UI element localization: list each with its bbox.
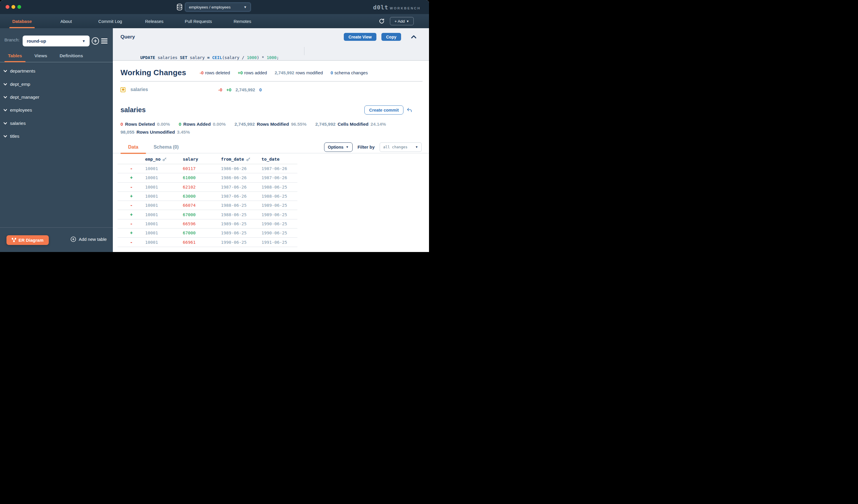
sql-token: 1000: [247, 55, 257, 60]
sql-token: salaries: [155, 55, 180, 60]
sidebar-table-item[interactable]: titles: [0, 130, 113, 143]
count-value: 2,745,992: [235, 87, 255, 92]
refresh-icon[interactable]: [379, 18, 385, 25]
minimize-window-button[interactable]: [12, 5, 15, 9]
sidebar-table-item[interactable]: salaries: [0, 117, 113, 130]
cell-from-date: 1989-06-25: [221, 230, 261, 235]
table-row: + 10001 61000 1986-06-26 1987-06-26: [117, 173, 297, 182]
diff-tabs: Data Schema (0): [121, 141, 186, 153]
zoom-window-button[interactable]: [17, 5, 21, 9]
sidebar-table-item[interactable]: employees: [0, 104, 113, 117]
sidebar-tab[interactable]: Tables: [4, 53, 26, 62]
primary-key-icon: [162, 157, 166, 161]
working-changes-summary: -0rows deleted +0rows added 2,745,992row…: [200, 70, 368, 75]
cell-salary: 60117: [183, 166, 221, 171]
chevron-down-icon: ▼: [82, 39, 85, 43]
cell-to-date: 1988-06-25: [261, 185, 297, 190]
er-diagram-button[interactable]: ER Diagram: [6, 235, 49, 245]
sql-token: (salary /: [222, 55, 247, 60]
create-view-button[interactable]: Create View: [344, 33, 377, 41]
nav-item[interactable]: About: [44, 14, 88, 28]
logo-suffix: WORKBENCH: [390, 6, 421, 10]
collapse-query-icon[interactable]: [410, 33, 417, 40]
table-row: - 10001 62102 1987-06-26 1988-06-25: [117, 183, 297, 192]
sidebar-tabs: Tables Views Definitions: [0, 53, 113, 62]
new-branch-button[interactable]: [91, 37, 99, 46]
undo-icon[interactable]: [407, 107, 412, 113]
changed-table-row[interactable]: salaries -0+02,745,9920: [121, 82, 429, 98]
cell-from-date: 1990-06-25: [221, 240, 261, 245]
sql-token: ;: [276, 55, 279, 60]
sql-token: [209, 55, 212, 60]
diff-table-title: salaries: [121, 106, 146, 114]
cell-salary: 62102: [183, 185, 221, 190]
working-changes-title: Working Changes: [121, 68, 186, 77]
sidebar-tab[interactable]: Views: [31, 53, 51, 62]
modified-status-icon: [121, 87, 126, 92]
diff-stat: 2,745,992 Cells Modified 24.14%: [315, 121, 386, 127]
working-changes-stat: 2,745,992rows modified: [275, 70, 323, 75]
cell-to-date: 1990-06-25: [261, 222, 297, 226]
copy-button[interactable]: Copy: [381, 33, 401, 41]
diff-tab[interactable]: Schema (0): [146, 141, 186, 153]
table-row: + 10001 67000 1988-06-25 1989-06-25: [117, 210, 297, 219]
cell-salary: 66074: [183, 203, 221, 208]
cell-emp-no: 10001: [145, 240, 183, 245]
add-button[interactable]: + Add ▼: [390, 17, 414, 25]
diff-stat: 0 Rows Added 0.00%: [179, 121, 226, 127]
sidebar-table-item[interactable]: dept_manager: [0, 91, 113, 104]
cell-from-date: 1987-06-26: [221, 185, 261, 190]
primary-key-icon: [246, 157, 250, 161]
sidebar-tab[interactable]: Definitions: [56, 53, 87, 62]
sidebar: Branch: round-up ▼ Tables: [0, 28, 113, 252]
table-row: - 10001 60117 1986-06-26 1987-06-26: [117, 164, 297, 173]
sql-token: 1000: [267, 55, 276, 60]
sql-token: CEIL: [212, 55, 222, 60]
editor-cursor: [304, 47, 304, 55]
sidebar-table-item[interactable]: dept_emp: [0, 78, 113, 91]
logo-text: d0lt: [373, 4, 388, 11]
diff-tab[interactable]: Data: [121, 141, 146, 153]
add-new-table-button[interactable]: Add new table: [70, 237, 107, 242]
main-navbar: Database About Commit Log Releases Pull …: [0, 14, 429, 28]
table-row: - 10001 66596 1989-06-25 1990-06-25: [117, 220, 297, 228]
cell-salary: 66596: [183, 222, 221, 226]
diff-sign: +: [117, 175, 145, 180]
column-headers: emp_no salary: [145, 157, 297, 162]
nav-item[interactable]: Pull Requests: [176, 14, 220, 28]
options-button[interactable]: Options ▼: [324, 143, 353, 152]
chevron-down-icon: [3, 82, 7, 87]
sidebar-table-item[interactable]: departments: [0, 65, 113, 78]
table-row: - 10001 66961 1990-06-25 1991-06-25: [117, 238, 297, 247]
cell-from-date: 1987-06-26: [221, 194, 261, 198]
cell-emp-no: 10001: [145, 166, 183, 171]
chevron-down-icon: ▼: [243, 5, 247, 9]
filter-dropdown[interactable]: all changes ▼: [380, 143, 422, 152]
nav-item[interactable]: Releases: [132, 14, 176, 28]
branch-selector-dropdown[interactable]: round-up ▼: [22, 35, 90, 46]
create-commit-button[interactable]: Create commit: [364, 105, 403, 115]
close-window-button[interactable]: [5, 5, 10, 9]
cell-emp-no: 10001: [145, 222, 183, 226]
chevron-down-icon: [3, 121, 7, 126]
diff-sign: -: [117, 184, 145, 190]
sql-token: SET: [180, 55, 187, 60]
filter-by-label: Filter by: [358, 145, 375, 149]
diff-stats: 0 Rows Deleted 0.00% 0 Rows Added 0.00%: [121, 121, 429, 135]
database-selector-dropdown[interactable]: employees / employees ▼: [185, 3, 251, 12]
branch-menu-icon[interactable]: [101, 38, 108, 45]
nav-item[interactable]: Database: [0, 14, 44, 28]
sql-query-editor[interactable]: UPDATE salaries SET salary = CEIL(salary…: [121, 46, 417, 60]
diff-data-table: emp_no salary: [117, 154, 297, 247]
nav-item[interactable]: Commit Log: [88, 14, 132, 28]
diff-sign: -: [117, 240, 145, 245]
chevron-down-icon: [3, 69, 7, 74]
chevron-down-icon: [3, 95, 7, 100]
cell-from-date: 1988-06-25: [221, 203, 261, 208]
table-body: - 10001 60117 1986-06-26 1987-06-26 + 10…: [117, 164, 297, 247]
sql-token: salary: [188, 55, 207, 60]
diff-tabs-row: Data Schema (0) Options ▼ Filter by: [113, 141, 429, 153]
plus-circle-icon: [70, 237, 76, 242]
diff-sign: +: [117, 212, 145, 217]
nav-item[interactable]: Remotes: [220, 14, 265, 28]
